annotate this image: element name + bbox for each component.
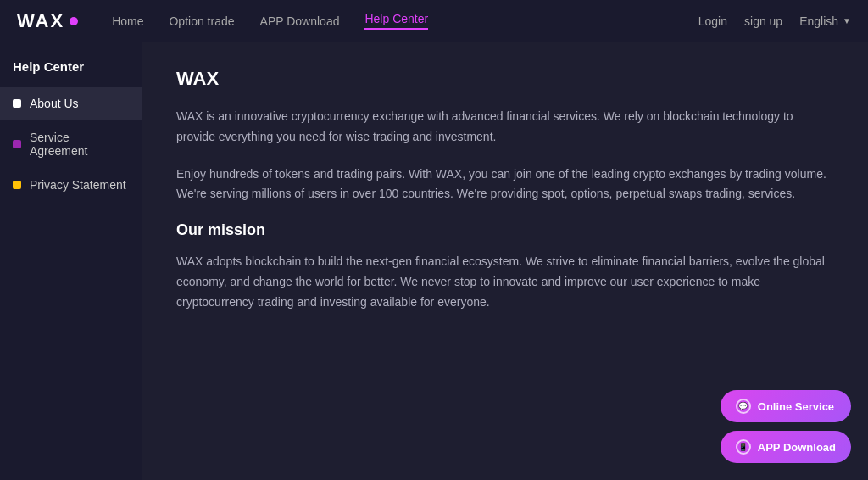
sidebar-item-about-us[interactable]: About Us: [0, 87, 142, 120]
service-agreement-icon: [13, 140, 21, 148]
navbar: WAX Home Option trade APP Download Help …: [0, 0, 868, 42]
online-service-label: Online Service: [758, 400, 834, 413]
nav-option-trade[interactable]: Option trade: [169, 14, 234, 28]
chevron-down-icon: ▼: [843, 16, 851, 25]
lang-selector[interactable]: English ▼: [799, 14, 851, 28]
sidebar-item-service-agreement[interactable]: Service Agreement: [0, 120, 142, 168]
content-title: WAX: [176, 68, 834, 90]
signup-button[interactable]: sign up: [744, 14, 782, 28]
online-service-button[interactable]: 💬 Online Service: [721, 390, 851, 422]
intro-paragraph-1: WAX is an innovative cryptocurrency exch…: [176, 107, 834, 148]
sidebar-item-privacy-statement[interactable]: Privacy Statement: [0, 168, 142, 202]
sidebar-item-label: Privacy Statement: [30, 178, 126, 192]
nav-right: Login sign up English ▼: [698, 14, 851, 28]
lang-label: English: [799, 14, 838, 28]
app-download-label: APP Download: [758, 441, 836, 454]
mission-title: Our mission: [176, 221, 834, 239]
nav-app-download[interactable]: APP Download: [260, 14, 340, 28]
app-download-icon: 📱: [736, 439, 751, 455]
nav-links: Home Option trade APP Download Help Cent…: [112, 12, 673, 30]
logo-text: WAX: [17, 10, 64, 32]
privacy-statement-icon: [13, 181, 21, 189]
nav-home[interactable]: Home: [112, 14, 143, 28]
sidebar-item-label: Service Agreement: [30, 131, 129, 158]
floating-buttons: 💬 Online Service 📱 APP Download: [721, 390, 851, 463]
login-button[interactable]: Login: [698, 14, 727, 28]
app-download-button[interactable]: 📱 APP Download: [721, 431, 851, 463]
about-us-icon: [13, 99, 21, 108]
intro-paragraph-2: Enjoy hundreds of tokens and trading pai…: [176, 165, 834, 205]
mission-paragraph: WAX adopts blockchain to build the next-…: [176, 252, 834, 312]
sidebar-item-label: About Us: [30, 97, 79, 110]
nav-help-center[interactable]: Help Center: [364, 12, 428, 30]
sidebar-title: Help Center: [0, 59, 142, 87]
sidebar: Help Center About Us Service Agreement P…: [0, 42, 142, 480]
online-service-icon: 💬: [736, 399, 751, 414]
logo[interactable]: WAX: [17, 10, 78, 32]
logo-dot: [70, 17, 78, 25]
